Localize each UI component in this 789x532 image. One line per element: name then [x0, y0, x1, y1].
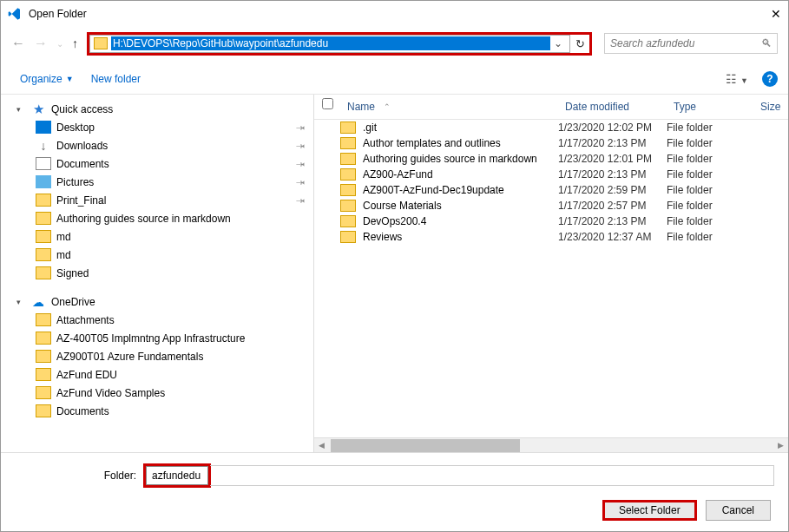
address-path[interactable]: H:\DEVOPS\Repo\GitHub\waypoint\azfundedu	[111, 36, 550, 50]
expand-icon[interactable]: ▾	[16, 298, 25, 306]
sidebar-item-label: Attachments	[56, 314, 306, 326]
file-row[interactable]: Reviews1/23/2020 12:37 AMFile folder	[314, 229, 788, 245]
new-folder-button[interactable]: New folder	[82, 68, 149, 90]
file-row[interactable]: AZ900-AzFund1/17/2020 2:13 PMFile folder	[314, 167, 788, 182]
file-row[interactable]: .git1/23/2020 12:02 PMFile folder	[314, 120, 788, 135]
sidebar-item[interactable]: md	[1, 227, 312, 246]
window-title: Open Folder	[29, 8, 771, 20]
file-name: Author templates and outlines	[361, 137, 558, 149]
sidebar-item[interactable]: Documents	[1, 402, 312, 420]
sidebar-item[interactable]: Authoring guides source in markdown	[1, 209, 312, 227]
file-date: 1/17/2020 2:59 PM	[558, 184, 667, 196]
folder-icon	[36, 386, 51, 399]
select-all-checkbox[interactable]	[322, 98, 333, 109]
file-date: 1/23/2020 12:01 PM	[558, 153, 667, 165]
view-options-icon[interactable]: ☷ ▼	[720, 69, 753, 89]
file-row[interactable]: Course Materials1/17/2020 2:57 PMFile fo…	[314, 198, 788, 213]
column-headers: Name ⌃ Date modified Type Size	[314, 95, 788, 120]
file-type: File folder	[667, 168, 753, 181]
folder-input[interactable]	[146, 466, 208, 485]
recent-chevron-icon[interactable]: ⌄	[56, 39, 63, 49]
toolbar: Organize ▼ New folder ☷ ▼ ?	[1, 63, 788, 95]
refresh-icon[interactable]: ↻	[570, 37, 589, 50]
sidebar-item-label: Desktop	[56, 122, 291, 134]
column-name[interactable]: Name ⌃	[340, 98, 558, 115]
address-chevron-icon[interactable]: ⌄	[550, 37, 566, 49]
pin-icon: 📌︎	[293, 174, 307, 188]
file-name: Authoring guides source in markdown	[361, 153, 558, 165]
bottom-panel: Folder: Select Folder Cancel	[1, 452, 788, 531]
close-icon[interactable]: ✕	[771, 7, 781, 21]
file-list: .git1/23/2020 12:02 PMFile folderAuthor …	[314, 120, 788, 437]
folder-input-rest[interactable]	[210, 465, 774, 486]
file-type: File folder	[667, 215, 753, 227]
sidebar-item[interactable]: Attachments	[1, 311, 312, 329]
file-row[interactable]: AZ900T-AzFund-Dec19update1/17/2020 2:59 …	[314, 182, 788, 198]
folder-icon	[36, 194, 51, 207]
column-type[interactable]: Type	[667, 98, 753, 115]
search-box[interactable]: 🔍︎	[604, 33, 778, 54]
cancel-button[interactable]: Cancel	[706, 500, 771, 521]
sidebar-item[interactable]: Desktop📌︎	[1, 118, 312, 136]
sidebar-item[interactable]: AzFund EDU	[1, 365, 312, 384]
folder-icon	[94, 37, 108, 49]
search-input[interactable]	[610, 37, 761, 49]
sidebar-item[interactable]: Print_Final📌︎	[1, 191, 312, 209]
column-date[interactable]: Date modified	[558, 98, 667, 115]
sidebar-item-label: Signed	[56, 267, 306, 279]
folder-icon	[36, 313, 51, 326]
file-date: 1/17/2020 2:13 PM	[558, 215, 667, 227]
folder-icon	[36, 266, 51, 279]
sidebar-item-label: Downloads	[56, 140, 291, 152]
column-size[interactable]: Size	[753, 98, 788, 115]
select-folder-button[interactable]: Select Folder	[602, 500, 697, 521]
sidebar-item-label: Pictures	[56, 176, 291, 188]
titlebar: Open Folder ✕	[1, 1, 788, 27]
sidebar-item[interactable]: Documents📌︎	[1, 154, 312, 173]
file-type: File folder	[667, 231, 753, 243]
organize-button[interactable]: Organize ▼	[11, 68, 82, 90]
back-icon[interactable]: ←	[11, 36, 25, 51]
help-icon[interactable]: ?	[762, 71, 778, 87]
scroll-right-icon[interactable]: ▶	[773, 441, 788, 450]
sidebar-item[interactable]: Signed	[1, 264, 312, 282]
file-row[interactable]: Authoring guides source in markdown1/23/…	[314, 151, 788, 167]
sidebar-item-label: md	[56, 231, 306, 243]
file-type: File folder	[667, 200, 753, 212]
file-row[interactable]: Author templates and outlines1/17/2020 2…	[314, 135, 788, 151]
folder-icon	[36, 350, 51, 363]
file-name: AZ900T-AzFund-Dec19update	[361, 184, 558, 196]
sidebar-item-label: Print_Final	[56, 194, 291, 207]
horizontal-scrollbar[interactable]: ◀ ▶	[314, 437, 788, 452]
sidebar-item-label: AzFund EDU	[56, 369, 306, 381]
folder-icon	[340, 200, 356, 212]
sidebar-onedrive[interactable]: ▾ ☁ OneDrive	[1, 292, 312, 311]
folder-icon	[340, 122, 356, 134]
folder-icon	[36, 404, 51, 417]
file-date: 1/17/2020 2:13 PM	[558, 137, 667, 149]
chevron-down-icon: ▼	[66, 75, 74, 83]
up-icon[interactable]: ↑	[72, 36, 78, 50]
expand-icon[interactable]: ▾	[16, 105, 25, 114]
sidebar-item-label: Documents	[56, 405, 306, 417]
file-type: File folder	[667, 122, 753, 134]
sidebar-item[interactable]: AZ-400T05 Implmntng App Infrastructure	[1, 329, 312, 347]
folder-icon	[36, 212, 51, 225]
sidebar-item[interactable]: Pictures📌︎	[1, 173, 312, 191]
sidebar-item-label: AZ-400T05 Implmntng App Infrastructure	[56, 332, 306, 345]
file-row[interactable]: DevOps200.41/17/2020 2:13 PMFile folder	[314, 213, 788, 229]
sidebar-item-label: AZ900T01 Azure Fundamentals	[56, 351, 306, 363]
scrollbar-thumb[interactable]	[331, 439, 520, 452]
sidebar-item[interactable]: AzFund Video Samples	[1, 384, 312, 402]
file-name: AZ900-AzFund	[361, 168, 558, 181]
search-icon[interactable]: 🔍︎	[761, 37, 772, 49]
sidebar-quick-access[interactable]: ▾ ★ Quick access	[1, 100, 312, 118]
pin-icon: 📌︎	[293, 138, 307, 152]
sidebar-item[interactable]: AZ900T01 Azure Fundamentals	[1, 347, 312, 365]
sidebar-item[interactable]: md	[1, 246, 312, 264]
address-bar[interactable]: H:\DEVOPS\Repo\GitHub\waypoint\azfundedu…	[89, 35, 570, 53]
sidebar-item[interactable]: ↓Downloads📌︎	[1, 136, 312, 154]
address-bar-highlight: H:\DEVOPS\Repo\GitHub\waypoint\azfundedu…	[87, 32, 592, 56]
scroll-left-icon[interactable]: ◀	[314, 441, 329, 450]
file-date: 1/17/2020 2:13 PM	[558, 168, 667, 181]
